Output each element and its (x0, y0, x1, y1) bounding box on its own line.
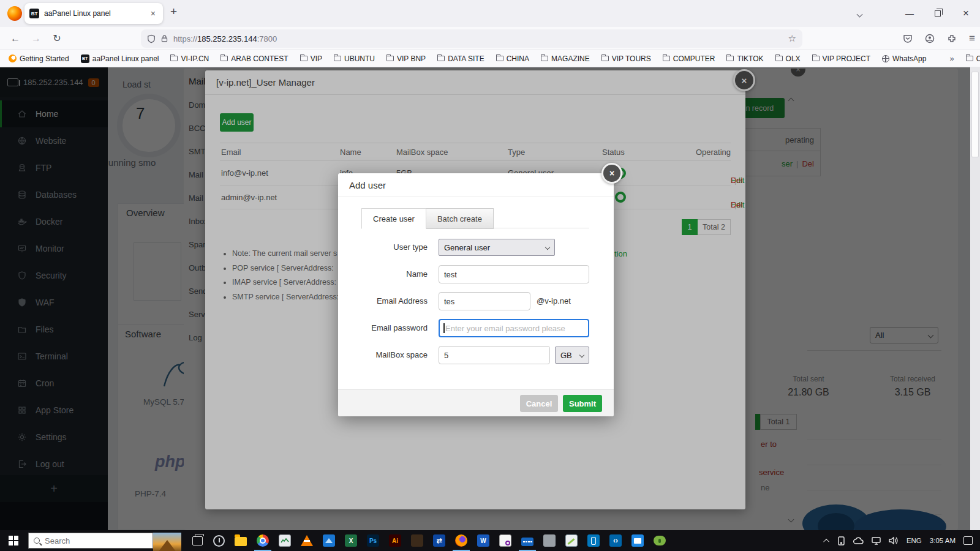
password-label: Email password (338, 319, 428, 337)
illustrator-icon[interactable]: Ai (388, 533, 402, 549)
name-field[interactable] (439, 265, 589, 283)
name-label: Name (338, 265, 428, 283)
news-interests-icon[interactable] (153, 533, 181, 551)
new-tab-button[interactable]: + (170, 5, 177, 18)
tab-list-chevron-icon[interactable] (845, 9, 873, 18)
user-type-select[interactable]: General user (439, 239, 555, 256)
minimize-button[interactable]: — (895, 9, 924, 18)
extensions-puzzle-icon[interactable] (947, 34, 957, 43)
password-field[interactable] (439, 319, 589, 337)
email-label: Email Address (338, 292, 428, 310)
lock-icon[interactable] (160, 34, 168, 43)
bookmark-folder[interactable]: MAGAZINE (541, 54, 590, 63)
file-explorer-icon[interactable] (233, 533, 248, 549)
bookmark-folder[interactable]: ARAB CONTEST (221, 54, 288, 63)
bookmark-folder[interactable]: COMPUTER (663, 54, 715, 63)
photoshop-icon[interactable]: Ps (366, 533, 380, 549)
search-input[interactable] (45, 536, 112, 545)
on-screen-keyboard-icon[interactable] (520, 533, 535, 549)
email-field[interactable] (439, 292, 530, 310)
bookmark-whatsapp[interactable]: WhatsApp (882, 54, 926, 63)
bt-favicon-icon: BT (81, 54, 89, 63)
bookmark-folder[interactable]: VIP PROJECT (812, 54, 870, 63)
bookmark-getting-started[interactable]: Getting Started (9, 54, 69, 63)
excel-icon[interactable]: X (344, 533, 358, 549)
performance-monitor-icon[interactable] (277, 533, 292, 549)
pocket-icon[interactable] (903, 34, 913, 43)
bookmark-star-icon[interactable]: ☆ (788, 33, 796, 44)
tab-create-user[interactable]: Create user (361, 208, 426, 229)
bookmark-folder[interactable]: TIKTOK (726, 54, 763, 63)
bookmark-folder[interactable]: DATA SITE (437, 54, 484, 63)
chrome-icon[interactable] (255, 533, 270, 549)
bookmark-folder[interactable]: UBUNTU (334, 54, 375, 63)
menu-hamburger-icon[interactable]: ≡ (969, 32, 975, 45)
document-viewer-icon[interactable] (498, 533, 513, 549)
submit-button[interactable]: Submit (563, 395, 602, 412)
bookmark-folder[interactable]: VIP BNP (386, 54, 426, 63)
url-bar[interactable]: https://185.252.235.144:7800 ☆ (141, 29, 802, 48)
taskbar-search[interactable] (28, 533, 153, 549)
mailbox-space-field[interactable] (439, 346, 550, 364)
folder-icon (386, 56, 394, 61)
add-user-close-icon[interactable]: × (601, 163, 622, 184)
firefox-icon[interactable] (454, 533, 469, 549)
account-icon[interactable] (925, 34, 935, 43)
your-phone-icon[interactable] (586, 533, 601, 549)
hidden-icons-chevron[interactable] (823, 538, 829, 544)
form-row-mailbox-space: MailBox space GB (338, 346, 614, 364)
action-center-icon[interactable] (963, 536, 973, 545)
tab-close-icon[interactable]: × (148, 9, 158, 18)
add-user-title: Add user (338, 173, 614, 197)
bookmark-folder[interactable]: CHINA (496, 54, 529, 63)
forward-button[interactable]: → (26, 33, 47, 44)
onedrive-cloud-icon[interactable] (853, 537, 864, 545)
calculator-icon[interactable] (542, 533, 557, 549)
bookmarks-overflow-chevron[interactable]: » (949, 54, 954, 63)
other-bookmarks[interactable]: Other Bookmarks (966, 54, 980, 63)
scrollbar-thumb[interactable] (971, 72, 979, 157)
clock[interactable]: 3:05 AM (930, 537, 956, 544)
form-row-user-type: User type General user (338, 238, 614, 257)
bookmark-folder[interactable]: OLX (775, 54, 801, 63)
phone-tray-icon[interactable] (837, 536, 845, 545)
restore-button[interactable] (924, 9, 952, 18)
color-grid-app-icon[interactable] (410, 533, 424, 549)
start-button-icon[interactable] (9, 536, 18, 545)
word-icon[interactable]: W (476, 533, 491, 549)
language-indicator[interactable]: ENG (907, 537, 922, 544)
mailbox-space-label: MailBox space (338, 346, 428, 364)
task-view-icon[interactable] (192, 536, 203, 545)
window-close-button[interactable]: × (952, 7, 980, 20)
reload-button[interactable]: ↻ (47, 32, 67, 44)
folder-icon (496, 56, 503, 61)
page-viewport: 185.252.235.144 0 Home Website FTP Datab… (0, 67, 980, 530)
back-button[interactable]: ← (5, 33, 26, 44)
image-app-icon[interactable] (630, 533, 645, 549)
space-unit-select[interactable]: GB (555, 347, 589, 364)
folder-icon (541, 56, 548, 61)
browser-scrollbar[interactable] (970, 67, 980, 530)
browser-tab[interactable]: BT aaPanel Linux panel × (24, 3, 163, 24)
cancel-button[interactable]: Cancel (520, 395, 558, 412)
firefox-bookmark-icon (9, 54, 17, 62)
bookmark-folder[interactable]: VIP TOURS (601, 54, 651, 63)
volume-icon[interactable] (889, 536, 899, 545)
shield-icon[interactable] (147, 34, 156, 43)
aapanel-favicon-icon: BT (29, 9, 39, 18)
remote-desktop-icon[interactable]: ⇄ (432, 533, 447, 549)
vlc-icon[interactable] (300, 533, 314, 549)
firefox-logo-icon (7, 6, 22, 21)
alarms-app-icon[interactable] (211, 533, 226, 549)
password-app-icon[interactable] (652, 533, 667, 549)
photos-app-icon[interactable] (322, 533, 336, 549)
vscode-icon[interactable]: ‹› (608, 533, 623, 549)
bookmark-aapanel[interactable]: BTaaPanel Linux panel (81, 54, 159, 63)
browser-toolbar: ← → ↻ https://185.252.235.144:7800 ☆ ≡ (0, 27, 980, 50)
notepad-icon[interactable] (564, 533, 579, 549)
bookmark-folder[interactable]: VI-IP.CN (170, 54, 209, 63)
tab-batch-create[interactable]: Batch create (426, 208, 494, 229)
folder-icon (812, 56, 820, 61)
bookmark-folder[interactable]: VIP (300, 54, 322, 63)
network-display-icon[interactable] (872, 536, 881, 545)
